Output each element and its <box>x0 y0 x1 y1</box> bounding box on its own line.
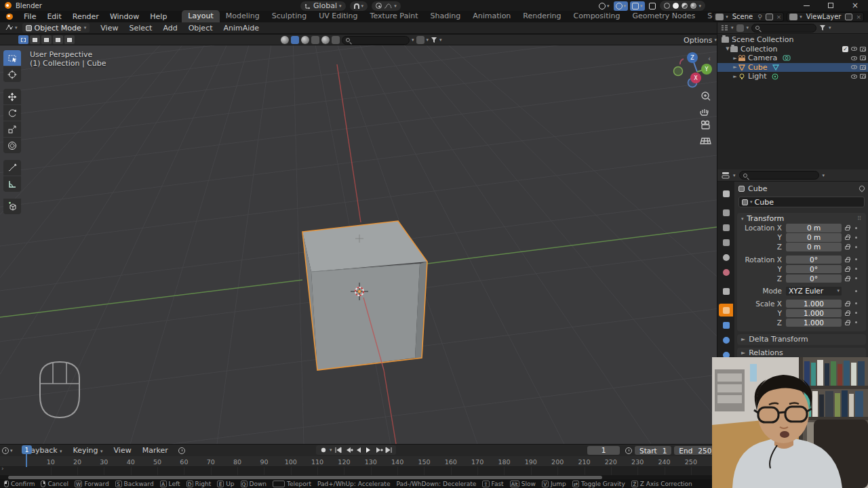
next-keyframe-button[interactable] <box>374 446 383 454</box>
value-field[interactable]: 0 m <box>786 243 842 251</box>
proportional-edit-button[interactable]: ▾ <box>372 1 401 11</box>
pin-icon[interactable] <box>858 184 865 192</box>
material-preview-button[interactable] <box>682 3 688 9</box>
orientation-gizmo[interactable]: Z Y X <box>674 52 713 87</box>
value-field[interactable]: 0 m <box>786 224 842 232</box>
section-delta-transform[interactable]: ►Delta Transform <box>737 334 866 345</box>
workspace-tab-geometry-nodes[interactable]: Geometry Nodes <box>626 10 701 22</box>
properties-editor-icon[interactable] <box>722 171 730 179</box>
value-field[interactable]: 1.000 <box>786 309 842 318</box>
tool-transform[interactable] <box>3 138 21 153</box>
disable-render-icon[interactable] <box>860 47 866 52</box>
timeline-menu-keying[interactable]: Keying ▾ <box>68 445 108 456</box>
blender-menu-icon[interactable] <box>5 13 14 20</box>
outliner-search-field[interactable] <box>751 24 816 33</box>
play-button[interactable] <box>364 446 372 454</box>
properties-tab-collection[interactable] <box>719 285 733 298</box>
tool-add-cube[interactable] <box>3 199 21 214</box>
default-cube[interactable] <box>302 221 427 370</box>
select-invert-button[interactable] <box>53 35 63 44</box>
disable-render-icon[interactable] <box>860 74 866 79</box>
solid-shading-button[interactable] <box>673 3 679 9</box>
viewport-menu-view[interactable]: View <box>95 22 123 34</box>
workspace-tab-layout[interactable]: Layout <box>182 10 219 22</box>
properties-tab-render[interactable] <box>719 206 733 219</box>
object-name-field[interactable]: ▾ Cube <box>738 197 865 207</box>
animate-dot[interactable] <box>855 312 857 314</box>
value-field[interactable]: 0° <box>786 274 842 283</box>
tool-cursor[interactable] <box>3 66 21 82</box>
xray-toggle[interactable] <box>647 1 658 11</box>
app-menu-help[interactable]: Help <box>144 11 172 22</box>
minimize-button[interactable] <box>802 1 811 9</box>
prev-keyframe-button[interactable] <box>344 446 353 454</box>
view-layer-name[interactable]: ViewLayer <box>804 13 844 20</box>
properties-tab-world[interactable] <box>719 266 733 279</box>
viewport-menu-object[interactable]: Object <box>183 22 218 34</box>
outliner-row-cube[interactable]: ►Cube <box>717 63 868 73</box>
wireframe-shading-button[interactable] <box>664 3 670 9</box>
outliner-row-camera[interactable]: ►Camera <box>717 54 868 63</box>
select-extend-button[interactable] <box>30 35 40 44</box>
lock-icon[interactable] <box>845 259 850 262</box>
expand-arrow-icon[interactable]: ► <box>732 74 738 79</box>
properties-tab-scene[interactable] <box>719 251 733 264</box>
outliner-mode-icon[interactable] <box>736 24 744 32</box>
tool-select-box[interactable] <box>3 50 21 66</box>
lock-icon[interactable] <box>845 312 850 316</box>
maximize-button[interactable] <box>826 1 835 9</box>
select-set-button[interactable] <box>18 35 28 44</box>
outliner-display-icon[interactable] <box>721 24 728 31</box>
animate-dot[interactable] <box>855 268 857 270</box>
zoom-tool-icon[interactable] <box>702 92 710 100</box>
show-gizmo-toggle[interactable]: ▾ <box>597 1 612 11</box>
workspace-tab-compositing[interactable]: Compositing <box>568 10 627 22</box>
new-view-layer-button[interactable] <box>845 14 852 20</box>
workspace-tab-sculpting[interactable]: Sculpting <box>266 10 313 22</box>
new-scene-button[interactable] <box>766 14 773 20</box>
app-menu-window[interactable]: Window <box>104 11 144 22</box>
viewport-menu-select[interactable]: Select <box>123 22 157 34</box>
scene-name[interactable]: Scene <box>730 13 756 20</box>
workspace-tab-modeling[interactable]: Modeling <box>220 10 266 22</box>
tool-measure[interactable] <box>3 176 21 192</box>
workspace-tab-texture-paint[interactable]: Texture Paint <box>364 10 425 22</box>
record-button[interactable] <box>319 446 328 454</box>
gizmos-toggle[interactable]: ▾ <box>614 1 629 11</box>
properties-tab-particles[interactable] <box>719 333 733 346</box>
3d-viewport[interactable]: User Perspective (1) Collection | Cube ‹… <box>0 45 717 444</box>
tool-scale[interactable] <box>3 121 21 137</box>
timeline-menu-marker[interactable]: Marker <box>137 445 174 456</box>
view-layer-selector[interactable]: ▾ ViewLayer × <box>787 12 864 22</box>
hide-eye-icon[interactable] <box>851 47 857 51</box>
animate-dot[interactable] <box>855 277 857 279</box>
viewport-menu-animaide[interactable]: AnimAide <box>218 22 265 34</box>
value-field[interactable]: 0 m <box>786 233 842 242</box>
hide-eye-icon[interactable] <box>851 56 857 60</box>
animate-dot[interactable] <box>855 290 857 292</box>
properties-tab-output[interactable] <box>719 221 733 234</box>
tool-move[interactable] <box>3 89 21 104</box>
hide-eye-icon[interactable] <box>851 65 857 69</box>
filter-list-icon[interactable] <box>416 36 425 44</box>
workspace-tab-rendering[interactable]: Rendering <box>517 10 567 22</box>
remove-view-layer-button[interactable]: × <box>854 14 863 20</box>
animate-dot[interactable] <box>855 227 857 229</box>
sculpt-mode-icon[interactable] <box>301 36 309 44</box>
properties-tab-object[interactable] <box>719 304 733 317</box>
timeline-expand-arrow[interactable]: › <box>1 465 4 472</box>
start-frame-field[interactable]: Start 1 <box>635 446 671 455</box>
value-field[interactable]: 0° <box>786 265 842 274</box>
object-mode-transfer-icon[interactable] <box>291 36 299 44</box>
lock-icon[interactable] <box>845 268 850 272</box>
outliner-row-collection[interactable]: ▼Collection✓ <box>717 45 868 54</box>
outliner-row-scene-collection[interactable]: Scene Collection <box>717 35 868 45</box>
playhead[interactable]: 1 <box>22 445 32 454</box>
animate-dot[interactable] <box>855 237 857 239</box>
snap-button[interactable]: ▾ <box>350 1 368 11</box>
viewport-search-field[interactable] <box>342 36 410 45</box>
properties-tab-tool[interactable] <box>719 187 733 200</box>
outliner-filter-icon[interactable] <box>819 24 826 31</box>
select-intersect-button[interactable] <box>64 35 75 44</box>
lock-icon[interactable] <box>845 278 850 281</box>
